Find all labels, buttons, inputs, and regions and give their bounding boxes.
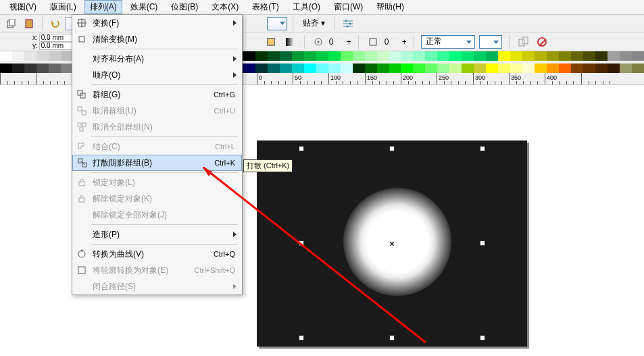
- color-swatch[interactable]: [547, 51, 559, 61]
- color-swatch[interactable]: [559, 51, 571, 61]
- color-swatch[interactable]: [377, 63, 389, 73]
- menu-item[interactable]: 造形(P): [72, 226, 242, 243]
- color-swatch[interactable]: [304, 63, 316, 73]
- color-swatch[interactable]: [49, 63, 61, 73]
- color-swatch[interactable]: [437, 63, 449, 73]
- color-swatch[interactable]: [268, 63, 280, 73]
- color-swatch[interactable]: [365, 51, 377, 61]
- paste-button[interactable]: [22, 16, 36, 31]
- menu-effects[interactable]: 效果(C): [125, 0, 164, 14]
- color-swatch[interactable]: [280, 63, 292, 73]
- handle-tr[interactable]: [480, 146, 485, 151]
- menu-table[interactable]: 表格(T): [247, 0, 284, 14]
- color-swatch[interactable]: [280, 51, 292, 61]
- color-swatch[interactable]: [449, 51, 462, 61]
- color-swatch[interactable]: [474, 51, 486, 61]
- center-icon[interactable]: [312, 35, 325, 49]
- color-swatch[interactable]: [425, 51, 437, 61]
- color-swatch[interactable]: [510, 51, 522, 61]
- color-swatch[interactable]: [632, 63, 644, 73]
- edge-icon[interactable]: [366, 34, 380, 49]
- menu-layout[interactable]: 版面(L): [45, 0, 82, 14]
- color-swatch[interactable]: [316, 51, 328, 61]
- zoom-dropdown[interactable]: [267, 17, 287, 30]
- color-swatch[interactable]: [522, 51, 535, 61]
- fountain-fill-icon[interactable]: [282, 34, 297, 49]
- color-swatch[interactable]: [583, 63, 595, 73]
- color-swatch[interactable]: [486, 51, 498, 61]
- color-swatch[interactable]: [377, 51, 389, 61]
- menu-item[interactable]: 对齐和分布(A): [72, 51, 242, 67]
- handle-ml[interactable]: [299, 240, 304, 246]
- handle-bl[interactable]: [299, 335, 304, 340]
- color-swatch[interactable]: [36, 51, 49, 61]
- snap-label[interactable]: 贴齐 ▾: [299, 16, 329, 30]
- handle-br[interactable]: [480, 335, 485, 340]
- color-swatch[interactable]: [632, 51, 644, 61]
- menu-item[interactable]: 打散阴影群组(B)Ctrl+K: [72, 155, 242, 171]
- handle-bm[interactable]: [389, 335, 395, 340]
- color-swatch[interactable]: [341, 51, 353, 61]
- copy-effect-button[interactable]: [516, 34, 531, 49]
- clear-effect-button[interactable]: [535, 35, 549, 49]
- options-button[interactable]: [341, 16, 355, 31]
- color-swatch[interactable]: [389, 63, 401, 73]
- color-swatch[interactable]: [353, 51, 365, 61]
- color-swatch[interactable]: [413, 63, 425, 73]
- color-swatch[interactable]: [522, 63, 535, 73]
- color-swatch[interactable]: [341, 63, 353, 73]
- color-swatch[interactable]: [243, 51, 255, 61]
- color-swatch[interactable]: [268, 51, 280, 61]
- menu-help[interactable]: 帮助(H): [371, 0, 410, 14]
- color-swatch[interactable]: [583, 51, 595, 61]
- color-swatch[interactable]: [425, 63, 437, 73]
- color-swatch[interactable]: [595, 51, 608, 61]
- color-swatch[interactable]: [304, 51, 316, 61]
- color-swatch[interactable]: [49, 51, 61, 61]
- color-swatch[interactable]: [255, 51, 268, 61]
- color-swatch[interactable]: [365, 63, 377, 73]
- copy-button[interactable]: [4, 16, 19, 31]
- color-swatch[interactable]: [608, 63, 620, 73]
- color-swatch[interactable]: [316, 63, 328, 73]
- color-swatch[interactable]: [401, 63, 413, 73]
- menu-item[interactable]: 清除变换(M): [72, 31, 242, 47]
- color-swatch[interactable]: [595, 63, 608, 73]
- color-swatch[interactable]: [36, 63, 49, 73]
- handle-tl[interactable]: [299, 146, 304, 151]
- color-swatch[interactable]: [535, 63, 547, 73]
- x-input[interactable]: [39, 34, 73, 42]
- menu-window[interactable]: 窗口(W): [328, 0, 368, 14]
- color-swatch[interactable]: [255, 63, 268, 73]
- y-input[interactable]: [39, 42, 73, 50]
- color-swatch[interactable]: [535, 51, 547, 61]
- menu-text[interactable]: 文本(X): [206, 0, 244, 14]
- menu-view[interactable]: 视图(V): [4, 0, 42, 14]
- fill-tool-icon[interactable]: [264, 34, 278, 49]
- menu-bitmap[interactable]: 位图(B): [166, 0, 203, 14]
- plus-button-2[interactable]: +: [402, 37, 407, 47]
- color-swatch[interactable]: [437, 51, 449, 61]
- color-swatch[interactable]: [510, 63, 522, 73]
- color-swatch[interactable]: [292, 63, 304, 73]
- color-swatch[interactable]: [462, 63, 474, 73]
- color-swatch[interactable]: [24, 63, 36, 73]
- color-swatch[interactable]: [620, 51, 632, 61]
- color-swatch[interactable]: [328, 51, 341, 61]
- color-swatch[interactable]: [559, 63, 571, 73]
- color-swatch[interactable]: [498, 63, 510, 73]
- color-swatch[interactable]: [24, 51, 36, 61]
- color-swatch[interactable]: [620, 63, 632, 73]
- menu-item[interactable]: 转换为曲线(V)Ctrl+Q: [72, 246, 242, 262]
- menu-arrange[interactable]: 排列(A): [84, 0, 122, 14]
- undo-button[interactable]: [48, 16, 63, 31]
- color-swatch[interactable]: [474, 63, 486, 73]
- color-swatch[interactable]: [547, 63, 559, 73]
- color-swatch[interactable]: [449, 63, 462, 73]
- color-swatch[interactable]: [571, 51, 583, 61]
- color-swatch[interactable]: [328, 63, 341, 73]
- menu-item[interactable]: 变换(F): [72, 15, 242, 31]
- plus-button[interactable]: +: [347, 37, 351, 47]
- color-swatch[interactable]: [0, 63, 12, 73]
- menu-item[interactable]: 群组(G)Ctrl+G: [72, 86, 242, 103]
